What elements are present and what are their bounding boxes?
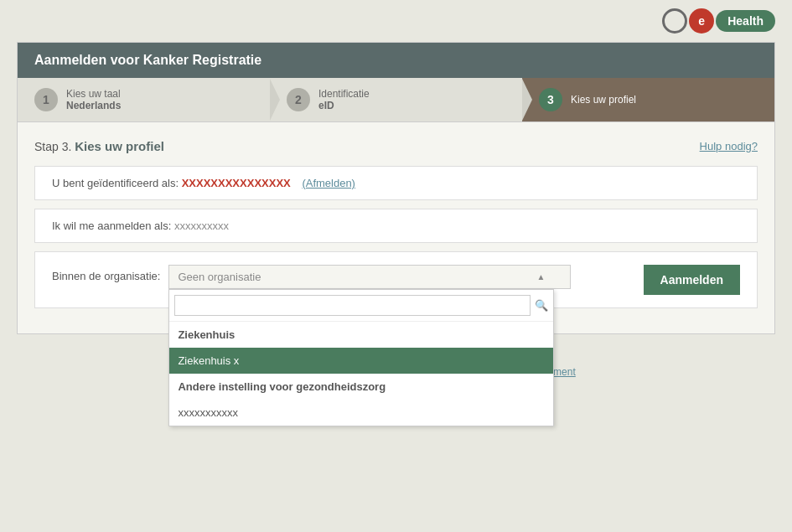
logo-circle-empty <box>662 8 687 34</box>
register-as-label: Ik wil me aanmelden als: <box>52 220 171 232</box>
register-as-value: xxxxxxxxxx <box>174 220 229 232</box>
dropdown-search-row: 🔍 <box>169 290 553 322</box>
step-1-title: Kies uw taal <box>66 88 121 100</box>
step-2: 2 Identificatie eID <box>270 78 522 121</box>
dropdown-item-ziekenhuis-x[interactable]: Ziekenhuis x <box>169 348 553 374</box>
organisation-row: Binnen de organisatie: Geen organisatie … <box>34 251 758 308</box>
identification-value: XXXXXXXXXXXXXXX <box>182 177 291 189</box>
step-3-number: 3 <box>539 88 562 111</box>
dropdown-arrow-icon: ▲ <box>536 272 545 281</box>
content-area: Stap 3. Kies uw profiel Hulp nodig? U be… <box>18 122 774 333</box>
step-label: Stap 3. <box>34 140 71 153</box>
step-1-subtitle: Nederlands <box>66 100 121 111</box>
card-header: Aanmelden voor Kanker Registratie <box>18 43 774 78</box>
main-card: Aanmelden voor Kanker Registratie 1 Kies… <box>17 42 775 334</box>
step-2-title: Identificatie <box>318 88 370 100</box>
organisation-dropdown: 🔍 Ziekenhuis Ziekenhuis x Andere instell… <box>168 289 554 426</box>
help-link[interactable]: Hulp nodig? <box>700 140 758 152</box>
step-2-subtitle: eID <box>318 100 370 111</box>
logo: e Health <box>662 8 775 34</box>
register-button[interactable]: Aanmelden <box>644 265 740 295</box>
organisation-select[interactable]: Geen organisatie ▲ <box>168 265 571 289</box>
identification-box: U bent geïdentificeerd als: XXXXXXXXXXXX… <box>34 166 758 200</box>
register-as-box: Ik wil me aanmelden als: xxxxxxxxxx <box>34 209 758 243</box>
organisation-select-wrapper: Geen organisatie ▲ 🔍 Ziekenhuis Ziekenhu… <box>168 265 571 289</box>
identification-label: U bent geïdentificeerd als: <box>52 177 179 189</box>
dropdown-item-andere-x[interactable]: xxxxxxxxxxx <box>169 400 553 426</box>
steps-bar: 1 Kies uw taal Nederlands 2 Identificati… <box>18 78 774 122</box>
logout-link[interactable]: (Afmelden) <box>302 177 355 189</box>
logo-circle-e: e <box>689 8 714 34</box>
step-1: 1 Kies uw taal Nederlands <box>18 78 270 121</box>
step-heading: Stap 3. Kies uw profiel Hulp nodig? <box>34 139 758 153</box>
organisation-label: Binnen de organisatie: <box>52 265 160 282</box>
organisation-placeholder: Geen organisatie <box>178 271 261 283</box>
group-header-andere: Andere instelling voor gezondheidszorg <box>169 374 553 400</box>
step-1-number: 1 <box>34 88 58 111</box>
step-2-number: 2 <box>287 88 310 111</box>
group-header-ziekenhuis: Ziekenhuis <box>169 322 553 348</box>
dropdown-search-input[interactable] <box>174 295 531 316</box>
step-title-text: Kies uw profiel <box>75 139 164 153</box>
logo-health-text: Health <box>716 10 775 32</box>
search-icon: 🔍 <box>535 299 548 312</box>
step-3: 3 Kies uw profiel <box>522 78 774 121</box>
top-bar: e Health <box>0 0 792 42</box>
step-3-title: Kies uw profiel <box>571 94 636 106</box>
